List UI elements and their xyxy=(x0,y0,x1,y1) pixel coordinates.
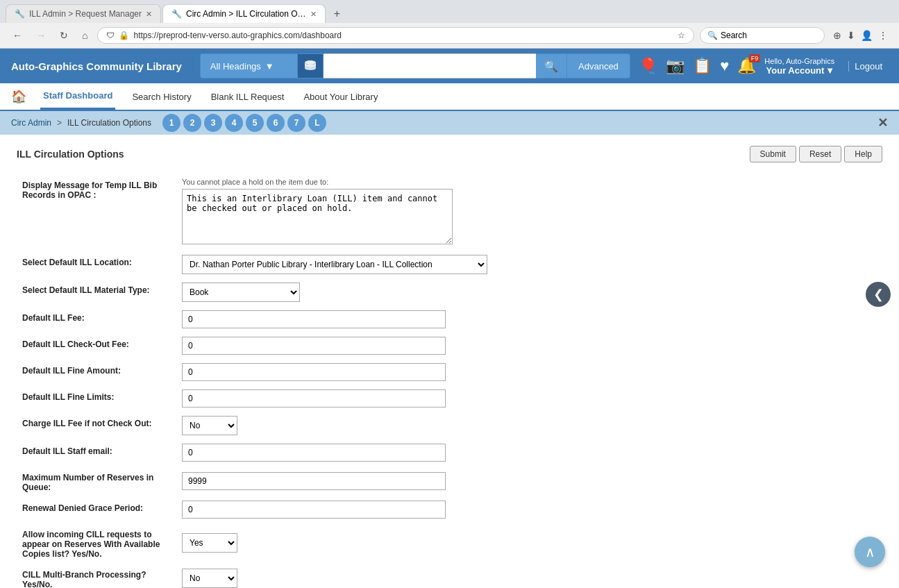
download-icon[interactable]: ⬇ xyxy=(847,30,855,41)
search-icon: 🔍 xyxy=(544,60,558,73)
row-staff-email: Default ILL Staff email: xyxy=(17,439,882,466)
max-reserves-input[interactable] xyxy=(182,472,446,490)
nav-item-about-library[interactable]: About Your Library xyxy=(301,85,380,109)
page-dot-3[interactable]: 3 xyxy=(204,114,222,132)
row-checkout-fee: Default ILL Check-Out Fee: xyxy=(17,333,882,359)
row-cill-multi: CILL Multi-Branch Processing? Yes/No. No… xyxy=(17,563,882,588)
list-icon[interactable]: 📋 xyxy=(693,57,712,74)
select-material-label: Select Default ILL Material Type: xyxy=(22,285,150,295)
profile-icon[interactable]: 👤 xyxy=(861,30,873,41)
browser-tab-1[interactable]: 🔧 ILL Admin > Request Manager ✕ xyxy=(6,4,161,23)
tab1-label: ILL Admin > Request Manager xyxy=(29,9,142,19)
checkout-fee-input[interactable] xyxy=(182,337,446,355)
checkout-fee-label: Default ILL Check-Out Fee: xyxy=(22,339,129,349)
headings-dropdown[interactable]: All Headings ▼ xyxy=(200,53,297,78)
pagination-dots: 1 2 3 4 5 6 7 L xyxy=(162,114,326,132)
page-dot-5[interactable]: 5 xyxy=(246,114,264,132)
user-account-button[interactable]: Your Account ▼ xyxy=(766,65,835,76)
display-message-textarea[interactable]: This is an Interlibrary Loan (ILL) item … xyxy=(182,189,453,244)
staff-email-input[interactable] xyxy=(182,444,446,462)
headings-label: All Headings xyxy=(210,61,261,72)
select-location-dropdown[interactable]: Dr. Nathan Porter Public Library - Inter… xyxy=(182,255,487,274)
max-reserves-label: Maximum Number of Reserves in Queue: xyxy=(22,473,153,492)
back-arrow-button[interactable]: ❮ xyxy=(866,282,891,307)
user-greeting: Hello, Auto-Graphics xyxy=(764,57,834,65)
page-dot-1[interactable]: 1 xyxy=(162,114,180,132)
page-dot-7[interactable]: 7 xyxy=(287,114,305,132)
nav-item-search-history[interactable]: Search History xyxy=(129,85,194,109)
heart-icon[interactable]: ♥ xyxy=(720,57,729,75)
row-charge-fee: Charge ILL Fee if not Check Out: No Yes xyxy=(17,412,882,439)
breadcrumb-bar: Circ Admin > ILL Circulation Options 1 2… xyxy=(0,111,899,135)
staff-email-label: Default ILL Staff email: xyxy=(22,446,112,456)
nav-item-blank-ill[interactable]: Blank ILL Request xyxy=(208,85,287,109)
default-fee-input[interactable] xyxy=(182,310,446,328)
nav-item-staff-dashboard[interactable]: Staff Dashboard xyxy=(40,83,115,110)
browser-search-box[interactable]: 🔍 Search xyxy=(700,27,825,44)
nav-home-icon[interactable]: 🏠 xyxy=(11,89,26,104)
charge-fee-dropdown[interactable]: No Yes xyxy=(182,416,237,435)
fine-limits-input[interactable] xyxy=(182,389,446,408)
lock-icon: 🔒 xyxy=(119,31,129,40)
user-section: Hello, Auto-Graphics Your Account ▼ xyxy=(764,57,834,76)
row-select-material: Select Default ILL Material Type: Book A… xyxy=(17,278,882,306)
camera-icon[interactable]: 📷 xyxy=(666,57,684,75)
submit-button[interactable]: Submit xyxy=(750,146,796,162)
page-dot-4[interactable]: 4 xyxy=(225,114,243,132)
fine-amount-label: Default ILL Fine Amount: xyxy=(22,366,121,376)
form-table: Display Message for Temp ILL Bib Records… xyxy=(17,174,882,588)
forward-button[interactable]: → xyxy=(32,28,50,42)
home-button[interactable]: ⌂ xyxy=(78,28,92,42)
refresh-button[interactable]: ↻ xyxy=(56,28,72,42)
fine-limits-label: Default ILL Fine Limits: xyxy=(22,392,114,402)
reset-button[interactable]: Reset xyxy=(799,146,841,162)
search-button[interactable]: 🔍 xyxy=(536,53,567,78)
page-dot-2[interactable]: 2 xyxy=(183,114,201,132)
tab1-close[interactable]: ✕ xyxy=(146,10,152,19)
cill-multi-dropdown[interactable]: No Yes xyxy=(182,569,237,588)
app-title: Auto-Graphics Community Library xyxy=(11,60,182,72)
tab2-close[interactable]: ✕ xyxy=(310,10,317,19)
app-header: Auto-Graphics Community Library All Head… xyxy=(0,49,899,83)
tab2-label: Circ Admin > ILL Circulation O… xyxy=(186,9,306,19)
panel-header: ILL Circulation Options Submit Reset Hel… xyxy=(17,146,882,162)
nav-bar: 🏠 Staff Dashboard Search History Blank I… xyxy=(0,83,899,111)
account-chevron-icon: ▼ xyxy=(825,65,834,76)
shield-icon: 🛡 xyxy=(106,31,115,40)
display-message-note: You cannot place a hold on the item due … xyxy=(182,178,877,186)
advanced-search-button[interactable]: Advanced xyxy=(567,53,630,78)
close-panel-button[interactable]: ✕ xyxy=(877,115,888,131)
back-to-top-button[interactable]: ∧ xyxy=(855,537,885,567)
settings-icon[interactable]: ⋮ xyxy=(878,30,888,41)
header-icons: 🎈 📷 📋 ♥ 🔔 F9 Hello, Auto-Graphics Your A… xyxy=(639,57,888,76)
page-dot-L[interactable]: L xyxy=(308,114,326,132)
new-tab-button[interactable]: + xyxy=(327,5,347,23)
renewal-grace-input[interactable] xyxy=(182,501,446,519)
fine-amount-input[interactable] xyxy=(182,363,446,381)
row-default-fee: Default ILL Fee: xyxy=(17,306,882,333)
f9-badge: F9 xyxy=(749,54,761,62)
url-text: https://preprod-tenv-verso.auto-graphics… xyxy=(133,31,673,40)
star-icon[interactable]: ☆ xyxy=(678,31,685,40)
balloon-icon[interactable]: 🎈 xyxy=(639,57,657,75)
main-content: ILL Circulation Options Submit Reset Hel… xyxy=(0,135,899,588)
back-button[interactable]: ← xyxy=(8,28,26,42)
bookmark-icon[interactable]: ⊕ xyxy=(833,30,841,41)
help-button[interactable]: Help xyxy=(844,146,882,162)
page-dot-6[interactable]: 6 xyxy=(267,114,285,132)
panel-title: ILL Circulation Options xyxy=(17,149,124,160)
browser-tab-2[interactable]: 🔧 Circ Admin > ILL Circulation O… ✕ xyxy=(162,4,326,23)
logout-button[interactable]: Logout xyxy=(848,61,888,72)
breadcrumb-circ-admin[interactable]: Circ Admin xyxy=(11,118,51,128)
url-bar[interactable]: 🛡 🔒 https://preprod-tenv-verso.auto-grap… xyxy=(97,27,694,44)
breadcrumb-sep: > xyxy=(57,118,62,128)
breadcrumb-current: ILL Circulation Options xyxy=(67,118,151,128)
database-icon[interactable] xyxy=(297,53,324,78)
charge-fee-label: Charge ILL Fee if not Check Out: xyxy=(22,419,151,428)
main-search-input[interactable] xyxy=(324,53,536,78)
allow-cill-dropdown[interactable]: Yes No xyxy=(182,533,237,553)
select-material-dropdown[interactable]: Book Article xyxy=(182,283,300,302)
search-bar-container: All Headings ▼ 🔍 Advanced xyxy=(200,53,630,78)
row-display-message: Display Message for Temp ILL Bib Records… xyxy=(17,174,882,251)
row-fine-amount: Default ILL Fine Amount: xyxy=(17,359,882,385)
